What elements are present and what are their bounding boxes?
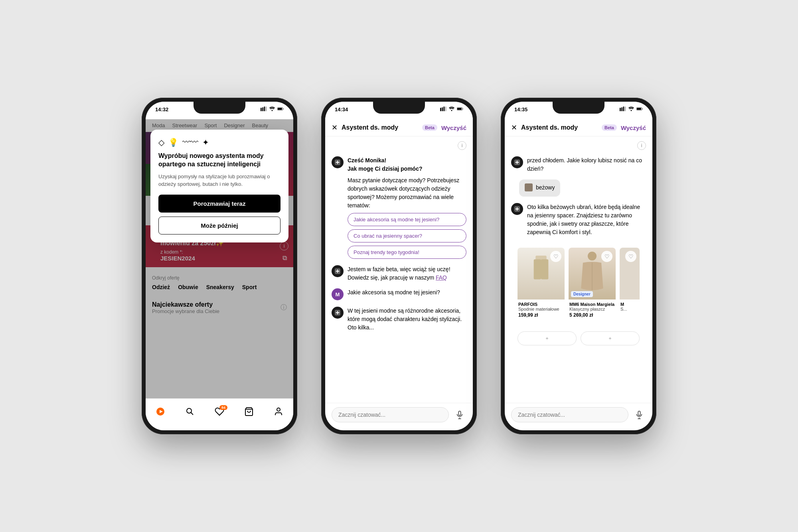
modal-title: Wypróbuj nowego asystenta mody opartego … [158,152,280,169]
phone1-content: Moda Streetwear Sport Designer Beauty ś … [146,119,293,430]
mic-button-3[interactable] [632,408,646,422]
add-cart-btn-1[interactable]: ＋ [518,331,577,345]
faq-link[interactable]: FAQ [436,274,447,281]
chat-info-icon-2[interactable]: i [458,141,466,150]
svg-point-13 [277,408,280,411]
product-info-1: PARFOIS Spodnie materiałowe 159,99 zł [518,299,565,320]
phone2-content: ✕ Asystent ds. mody Beta Wyczyść i Cześć [325,119,473,430]
wishlist-heart-3[interactable]: ♡ [625,251,636,262]
product-img-1: ♡ [518,248,565,299]
brand-3: M [620,302,639,307]
svg-rect-14 [440,108,441,111]
talk-now-button[interactable]: Porozmawiaj teraz [158,195,280,213]
product-img-2: ♡ Designer [569,248,616,299]
svg-rect-15 [442,107,443,111]
product-info-3: M S... [620,299,640,314]
status-bar-2: 14:34 [325,102,473,119]
svg-point-4 [272,110,273,111]
svg-point-10 [187,408,192,413]
chat-body-3: i przed chłodem. Jakie kolory lubisz nos… [505,136,652,403]
nav-wishlist[interactable]: 84 [215,407,224,416]
suggestion-2[interactable]: Co ubrać na jesienny spacer? [348,229,466,242]
price-2: 5 269,00 zł [569,312,615,318]
product-card-2[interactable]: ♡ Designer MM6 Maison Margiela Klasyczny… [569,248,616,320]
ai-avatar-1 [332,156,344,168]
ai-msg-1: Cześć Monika!Jak mogę Ci dzisiaj pomóc? … [332,156,466,259]
bulb-icon: 💡 [168,138,178,147]
ai-bubble-3-1: przed chłodem. Jakie kolory lubisz nosić… [527,156,646,173]
nav-play[interactable] [156,407,165,416]
svg-rect-1 [262,107,263,111]
ai-avatar-3 [332,307,344,319]
suggestion-1[interactable]: Jakie akcesoria są modne tej jesieni? [348,213,466,226]
phone-1: 14:32 Moda Streetwear Sport Designer Bea… [142,98,297,434]
wishlist-heart-1[interactable]: ♡ [550,251,561,262]
ai-avatar-3-2 [511,203,523,215]
wave-icon: 〰〰 [182,138,198,147]
user-msg-1: M Jakie akcesoria są modne tej jesieni? [332,288,466,300]
nav-bag[interactable] [244,407,254,416]
time-2: 14:34 [335,106,348,112]
product-card-3[interactable]: ♡ M S... [620,248,640,320]
chat-title-3: Asystent ds. mody [521,124,598,131]
brand-1: PARFOIS [518,302,564,307]
svg-point-18 [451,110,452,111]
add-cart-btn-2[interactable]: ＋ [581,331,640,345]
nav-search[interactable] [185,407,195,416]
chat-header-3: ✕ Asystent ds. mody Beta Wyczyść [505,119,652,136]
product-grid: ♡ PARFOIS Spodnie materiałowe 159,99 zł [511,243,646,325]
name-2: Klasyczny płaszcz [569,307,615,311]
time-3: 14:35 [514,106,527,112]
beige-color-chip: beżowy [519,179,560,197]
wishlist-badge: 84 [219,405,227,410]
scene: 14:32 Moda Streetwear Sport Designer Bea… [0,0,798,532]
ai-assistant-modal: ◇ 💡 〰〰 ✦ Wypróbuj nowego asystenta mody … [150,130,288,242]
mic-button-2[interactable] [453,408,466,422]
diamond-icon: ◇ [158,138,164,147]
status-bar-3: 14:35 [505,102,652,119]
status-icons-3 [620,106,643,111]
nav-profile[interactable] [274,407,283,416]
close-button-3[interactable]: ✕ [511,123,517,132]
user-color-response: beżowy [511,179,646,197]
svg-rect-6 [278,108,282,110]
svg-rect-16 [443,106,444,111]
beta-badge-2: Beta [422,124,437,131]
status-icons-2 [440,106,463,111]
wishlist-heart-2[interactable]: ♡ [601,251,612,262]
time-1: 14:32 [155,106,168,112]
phone-3: 14:35 ✕ Asystent ds. mody Beta Wyczyść [501,98,656,434]
status-icons-1 [261,106,284,111]
chat-info-icon-3[interactable]: i [637,141,646,150]
chat-input-3[interactable] [511,407,628,422]
chat-input-bar-3 [505,403,652,430]
svg-rect-2 [264,106,265,111]
svg-rect-40 [541,259,548,279]
ai-avatar-2 [332,265,344,277]
clear-button-3[interactable]: Wyczyść [621,124,646,131]
chat-input-2[interactable] [332,407,449,422]
suggestion-3[interactable]: Poznaj trendy tego tygodnia! [348,246,466,259]
sparkle-icon: ✦ [202,138,209,147]
close-button-2[interactable]: ✕ [332,123,338,132]
ai-msg-2: Jestem w fazie beta, więc wciąż się uczę… [332,265,466,282]
ai-bubble-3-2: Oto kilka beżowych ubrań, które będą ide… [527,203,646,236]
svg-point-41 [588,252,597,260]
svg-rect-39 [534,259,541,279]
ai-msg-3-1: przed chłodem. Jakie kolory lubisz nosić… [511,156,646,173]
clear-button-2[interactable]: Wyczyść [441,124,466,131]
status-bar-1: 14:32 [146,102,293,119]
svg-rect-3 [266,106,267,111]
product-tag-2: Designer [571,291,593,297]
chat-header-2: ✕ Asystent ds. mody Beta Wyczyść [325,119,473,136]
modal-icon-row: ◇ 💡 〰〰 ✦ [158,138,280,147]
product-card-1[interactable]: ♡ PARFOIS Spodnie materiałowe 159,99 zł [518,248,565,320]
bottom-nav-1: 84 [146,398,293,430]
phone-2: 14:34 ✕ Asystent ds. mody Beta Wyczyść [321,98,477,434]
phone3-content: ✕ Asystent ds. mody Beta Wyczyść i przed [505,119,652,430]
svg-rect-34 [637,108,641,110]
name-3: S... [620,307,639,311]
maybe-later-button[interactable]: Może później [158,217,280,234]
ai-avatar-3-1 [511,156,523,168]
brand-2: MM6 Maison Margiela [569,302,615,307]
